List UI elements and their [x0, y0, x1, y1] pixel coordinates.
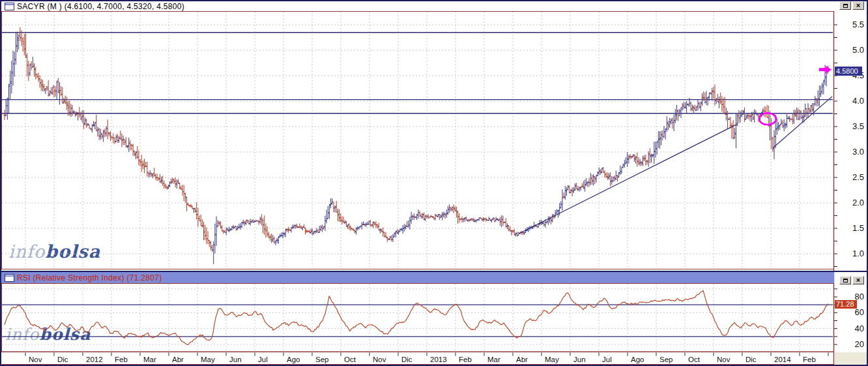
- restore-window-button[interactable]: [839, 276, 851, 284]
- close-icon: ×: [856, 277, 860, 283]
- price-chart-title: SACYR (M ) (4.6100, 4.7000, 4.5320, 4.58…: [17, 2, 184, 11]
- indicator-window-icon: [5, 274, 14, 282]
- bottom-right-corner: [835, 352, 867, 365]
- price-window-controls: ×: [839, 1, 864, 10]
- restore-window-button[interactable]: [839, 1, 851, 10]
- rsi-window-controls: ×: [839, 276, 864, 284]
- close-window-button[interactable]: ×: [852, 1, 864, 10]
- restore-icon: [843, 279, 848, 282]
- price-chart-titlebar[interactable]: SACYR (M ) (4.6100, 4.7000, 4.5320, 4.58…: [1, 1, 834, 11]
- rsi-indicator-title: RSI (Relative Strength Index) (71.2807): [17, 273, 162, 282]
- window-border: [0, 0, 1, 366]
- price-and-rsi-chart-canvas[interactable]: [0, 0, 868, 366]
- chart-app-window: infobolsa infobolsa SACYR (M ) (4.6100, …: [0, 0, 868, 366]
- chart-window-icon: [5, 3, 14, 10]
- last-price-tag: 4.5800: [835, 67, 862, 76]
- panel-separator: [0, 271, 868, 272]
- rsi-value-tag: 71.28: [835, 300, 857, 309]
- window-border: [0, 0, 868, 1]
- restore-icon: [843, 4, 848, 8]
- rsi-indicator-titlebar[interactable]: RSI (Relative Strength Index) (71.2807): [1, 272, 834, 283]
- close-icon: ×: [856, 2, 860, 8]
- close-window-button[interactable]: ×: [852, 276, 864, 284]
